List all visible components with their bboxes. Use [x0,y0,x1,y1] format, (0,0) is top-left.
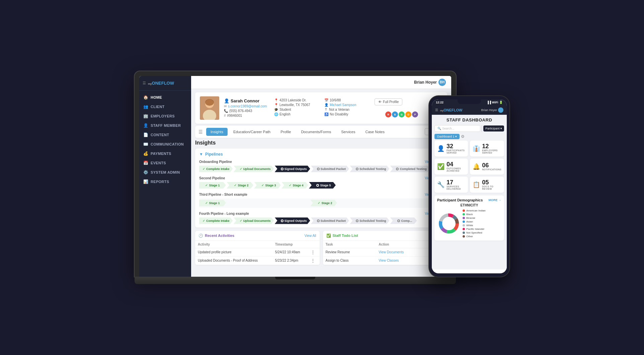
menu-col-header [308,241,319,248]
table-row: Review Resume View Documents ⋮ [323,248,448,256]
sidebar-item-communication[interactable]: ✉️ COMMUNICATION [139,140,191,149]
demographics-card: Participant Demographics MORE → ETHNICIT… [434,195,504,241]
legend-item: Pacific Islander [463,228,486,231]
ethnicity-title: ETHNICITY [437,203,501,207]
stats-grid: 👤 32 PARTICIPANTS SERVED 👔 12 EMPLOYERS … [434,141,504,193]
legend-dot [463,213,465,215]
sidebar-item-home[interactable]: 🏠 HOME [139,93,191,102]
pipeline-1-label: Onboarding Pipeline [199,160,232,164]
task-col-header: Task [323,241,376,248]
pipeline-step: Comp... [390,217,417,224]
phone-notch [458,99,481,104]
sidebar-label-staff: STAFF MEMBER [151,123,181,127]
stat-info-notifications: 06 NOTIFICATIONS [482,162,501,171]
payments-icon: 💰 [143,151,148,156]
docs-icon: 📋 [473,181,480,188]
pipeline-step: ✓Stage 2 [310,200,337,206]
tab-profile[interactable]: Profile [276,128,295,136]
client-counselor-link[interactable]: Michael Sampson [330,103,356,107]
tab-case-notes[interactable]: Case Notes [361,128,389,136]
avatar-group: R B G O P [385,111,418,117]
legend-dot [463,220,465,223]
client-col-address: 📍 4203 Lakeside Dr. 📍 Lewisville, TX 750… [274,98,318,117]
stat-card-participants: 👤 32 PARTICIPANTS SERVED [434,141,468,157]
client-counselor: 👤 Michael Sampson [324,103,368,107]
avatar-1: R [385,111,391,117]
table-row: Uploaded Documents - Proof of Address 5/… [195,256,320,265]
phone-dashboard-select[interactable]: Dashboard 1 ▾ [434,134,460,139]
phone-gear-icon[interactable]: ⚙ [461,134,465,139]
staff-todo-table: Task Action Review Resume View [323,241,448,265]
client-id: # #9846001 [224,114,267,117]
todo-action-link-1[interactable]: View Documents [379,250,404,254]
pipeline-step: ✓Stage 4 [281,182,308,189]
client-email-link[interactable]: s.connor1989@email.com [228,104,267,108]
client-email: ✉ s.connor1989@email.com [224,104,267,108]
pipeline-step: ✓Complete Intake [199,166,233,172]
bottom-grid: 🕐 Recent Activities View All Activity [195,231,447,265]
topbar-user: Brian Hoyer BH [414,79,446,86]
sidebar-item-content[interactable]: 📄 CONTENT [139,130,191,140]
pipeline-4-steps: ✓Complete Intake ✓Upload Documents Signe… [199,217,443,224]
stat-info-docs: 05 DOCS TO REVIEW [482,179,501,190]
tabs-bar: ☰ Insights Education/Career Path Profile… [195,126,447,138]
legend-item: American Indian [463,209,486,212]
sidebar-item-events[interactable]: 📅 EVENTS [139,158,191,168]
tab-education[interactable]: Education/Career Path [229,128,275,136]
todo-action-link-2[interactable]: View Classes [379,259,399,262]
sidebar-item-client[interactable]: 👥 CLIENT [139,102,191,111]
recent-activities-view-all[interactable]: View All [305,234,316,238]
sidebar-label-client: CLIENT [151,105,165,109]
legend-dot [463,217,465,219]
svg-point-12 [443,217,455,230]
pipeline-step: ✓Stage 1 [199,182,226,189]
client-address: 📍 4203 Lakeside Dr. [274,98,318,102]
phone-screen: 12:22 ▐▐ WiFi 🔋 ☰ myONEFLOW Brian Hoyer [432,99,507,273]
phone-content: STAFF DASHBOARD 🔍 Search... Participant … [432,115,507,269]
tab-documents[interactable]: Documents/Forms [297,128,335,136]
phone-body: 12:22 ▐▐ WiFi 🔋 ☰ myONEFLOW Brian Hoyer [429,96,509,277]
tab-insights[interactable]: Insights [206,128,228,136]
row-menu[interactable]: ⋮ [308,248,319,256]
sidebar-item-reports[interactable]: 📊 REPORTS [139,177,191,186]
scene: ☰ myONEFLOW 🏠 HOME 👥 CLIENT [135,71,509,284]
more-link[interactable]: MORE → [488,198,501,202]
client-col-name: 👤 Sarah Connor ✉ s.connor1989@email.com … [224,98,267,117]
pipeline-row-2-header: Second Pipeline View Details [199,176,443,180]
pipelines-title: Pipelines [205,152,223,157]
topbar-username: Brian Hoyer [414,80,437,85]
sidebar-item-system-admin[interactable]: ⚙️ SYSTEM ADMIN [139,168,191,177]
tab-services[interactable]: Services [337,128,359,136]
phone-search[interactable]: 🔍 Search... [434,125,480,132]
staff-icon: 👤 [143,123,148,128]
sidebar-item-payments[interactable]: 💰 PAYMENTS [139,149,191,158]
clock-icon: 🕐 [198,234,203,238]
pipeline-4-label: Fourth Pipeline - Long example [199,212,249,215]
tab-menu-icon[interactable]: ☰ [198,129,203,135]
pipeline-step: ✓Stage 1 [199,200,226,206]
events-icon: 📅 [143,161,148,165]
phone-participant-select[interactable]: Participant ▾ [483,125,504,131]
recent-activities-title: 🕐 Recent Activities [198,234,234,238]
sidebar-item-employers[interactable]: 🏢 EMPLOYERS [139,111,191,121]
client-phone: 📞 (555) 876-4943 [224,109,267,113]
full-profile-button[interactable]: 👁 Full Profile [375,98,402,105]
legend-dot [463,228,465,230]
legend-item: White [463,224,486,227]
client-type: 🎓 Student [274,108,318,111]
sidebar-item-staff-member[interactable]: 👤 STAFF MEMBER [139,121,191,130]
divider [482,125,482,132]
staff-todo-card: ✅ Staff Todo List View All Task [323,231,448,265]
pipeline-step: Signed Outputs [275,217,310,224]
app-prefix: my [148,82,152,85]
menu-icon: ☰ [143,81,146,85]
sidebar-nav: 🏠 HOME 👥 CLIENT 🏢 EMPLOYERS 👤 [139,91,191,277]
staff-todo-title: ✅ Staff Todo List [326,234,358,238]
main-content: Brian Hoyer BH [191,76,451,277]
row-menu[interactable]: ⋮ [308,256,319,265]
sidebar: ☰ myONEFLOW 🏠 HOME 👥 CLIENT [139,76,191,277]
legend-item: Biracial [463,216,486,219]
laptop-base [135,277,456,284]
pipeline-step: Stage 5 [309,182,336,189]
legend-item: Not Specified [463,231,486,234]
